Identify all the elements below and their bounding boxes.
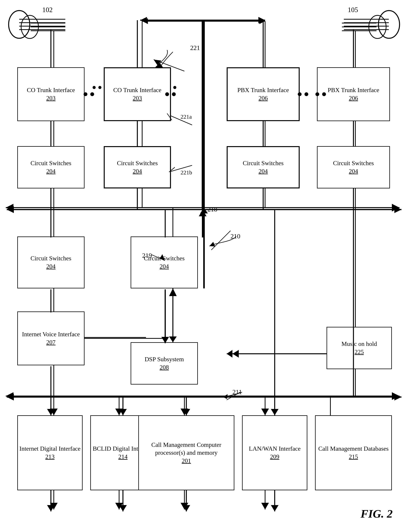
- svg-marker-136: [182, 505, 190, 511]
- ref-221a: 221a: [181, 113, 192, 120]
- svg-marker-51: [115, 409, 123, 415]
- svg-marker-62: [181, 503, 188, 509]
- call-mgmt-computer-num: 201: [182, 457, 191, 465]
- call-mgmt-db-box: Call Management Databases 215: [315, 415, 392, 490]
- svg-marker-118: [232, 350, 239, 358]
- co-trunk-left-label: CO Trunk Interface: [27, 86, 75, 94]
- ref-221b: 221b: [181, 169, 192, 176]
- svg-marker-66: [200, 208, 208, 213]
- internet-voice-box: Internet Voice Interface 207: [17, 312, 85, 365]
- svg-marker-122: [394, 393, 401, 401]
- internet-digital-box: Internet Digital Interface 213: [17, 415, 83, 490]
- ref-219: 219: [142, 252, 152, 259]
- svg-marker-114: [199, 209, 206, 216]
- svg-point-141: [90, 92, 94, 96]
- svg-point-8: [369, 15, 386, 38]
- svg-marker-44: [227, 350, 232, 358]
- dsp-num: 208: [160, 363, 169, 371]
- pbx-trunk-right-num: 206: [349, 94, 358, 102]
- circuit-sw-center-mid-num: 204: [160, 262, 169, 270]
- circuit-sw-center-mid-box: Circuit Switches 204: [131, 236, 198, 288]
- co-trunk-center-box: CO Trunk Interface 203: [104, 67, 171, 121]
- svg-point-145: [305, 92, 308, 96]
- svg-marker-42: [169, 336, 177, 342]
- svg-marker-53: [181, 409, 188, 415]
- svg-marker-132: [47, 505, 55, 511]
- circuit-sw-pbx-center-label: Circuit Switches: [243, 159, 283, 167]
- svg-marker-153: [209, 242, 215, 246]
- svg-marker-121: [7, 393, 14, 401]
- svg-marker-134: [119, 505, 127, 511]
- svg-marker-40: [169, 288, 177, 296]
- svg-marker-148: [156, 63, 163, 67]
- svg-marker-130: [271, 409, 279, 415]
- pbx-trunk-center-box: PBX Trunk Interface 206: [227, 67, 300, 121]
- circuit-sw-left-mid-box: Circuit Switches 204: [17, 236, 85, 288]
- pbx-trunk-center-num: 206: [259, 94, 268, 102]
- pbx-trunk-center-label: PBX Trunk Interface: [238, 86, 289, 94]
- call-mgmt-computer-label: Call Management Computer processor(s) an…: [139, 441, 234, 457]
- circuit-sw-center-top-box: Circuit Switches 204: [104, 146, 171, 188]
- svg-marker-26: [392, 204, 400, 211]
- dsp-label: DSP Subsystem: [145, 355, 184, 363]
- pbx-trunk-right-label: PBX Trunk Interface: [328, 86, 379, 94]
- circuit-sw-center-top-num: 204: [133, 167, 142, 175]
- svg-point-143: [172, 92, 176, 96]
- lan-wan-label: LAN/WAN Interface: [249, 445, 300, 453]
- svg-marker-58: [50, 503, 58, 509]
- svg-marker-47: [392, 392, 400, 400]
- circuit-sw-left-top-num: 204: [46, 167, 56, 175]
- svg-marker-108: [7, 206, 14, 213]
- svg-marker-46: [6, 392, 13, 400]
- internet-digital-num: 213: [45, 453, 55, 461]
- music-hold-num: 225: [355, 348, 364, 356]
- svg-point-17: [98, 86, 102, 89]
- svg-marker-138: [271, 505, 279, 511]
- svg-marker-12: [259, 18, 265, 24]
- ref-210: 210: [230, 233, 240, 240]
- svg-marker-126: [119, 409, 127, 415]
- internet-voice-num: 207: [46, 338, 56, 347]
- circuit-sw-pbx-center-box: Circuit Switches 204: [227, 146, 300, 188]
- svg-marker-60: [115, 503, 123, 509]
- circuit-sw-right-num: 204: [349, 167, 358, 175]
- svg-point-91: [378, 11, 400, 38]
- fig-label: FIG. 2: [361, 507, 393, 521]
- co-trunk-center-num: 203: [133, 94, 142, 102]
- lan-wan-num: 209: [270, 453, 279, 461]
- circuit-sw-right-box: Circuit Switches 204: [317, 146, 390, 188]
- call-mgmt-db-label: Call Management Databases: [318, 445, 389, 453]
- internet-digital-label: Internet Digital Interface: [19, 445, 80, 453]
- ref-102: 102: [42, 6, 53, 14]
- svg-marker-128: [182, 409, 190, 415]
- svg-point-19: [173, 86, 176, 89]
- co-trunk-left-num: 203: [46, 94, 56, 102]
- svg-marker-95: [258, 17, 265, 24]
- circuit-sw-left-top-box: Circuit Switches 204: [17, 146, 85, 188]
- co-trunk-left-box: CO Trunk Interface 203: [17, 67, 85, 121]
- svg-marker-94: [140, 17, 147, 24]
- svg-point-85: [9, 11, 30, 38]
- circuit-sw-left-mid-num: 204: [46, 262, 56, 270]
- music-hold-box: Music on hold 225: [327, 327, 392, 369]
- pbx-trunk-right-box: PBX Trunk Interface 206: [317, 67, 390, 121]
- call-mgmt-computer-box: Call Management Computer processor(s) an…: [138, 415, 234, 490]
- circuit-sw-right-label: Circuit Switches: [333, 159, 374, 167]
- circuit-sw-left-top-label: Circuit Switches: [31, 159, 71, 167]
- circuit-sw-left-mid-label: Circuit Switches: [31, 254, 71, 262]
- ref-218: 218: [207, 206, 217, 213]
- svg-marker-109: [394, 206, 401, 213]
- svg-marker-55: [261, 409, 269, 415]
- call-mgmt-db-num: 215: [349, 453, 358, 461]
- co-trunk-center-label: CO Trunk Interface: [113, 86, 162, 94]
- svg-line-72: [211, 231, 230, 250]
- dsp-box: DSP Subsystem 208: [131, 342, 198, 384]
- music-hold-label: Music on hold: [341, 340, 377, 348]
- svg-marker-154: [223, 394, 228, 399]
- svg-marker-49: [50, 409, 58, 415]
- circuit-sw-pbx-center-num: 204: [259, 167, 268, 175]
- internet-voice-label: Internet Voice Interface: [22, 330, 80, 338]
- circuit-sw-center-top-label: Circuit Switches: [117, 159, 158, 167]
- bclid-digital-num: 214: [118, 453, 128, 461]
- ref-105: 105: [348, 6, 358, 14]
